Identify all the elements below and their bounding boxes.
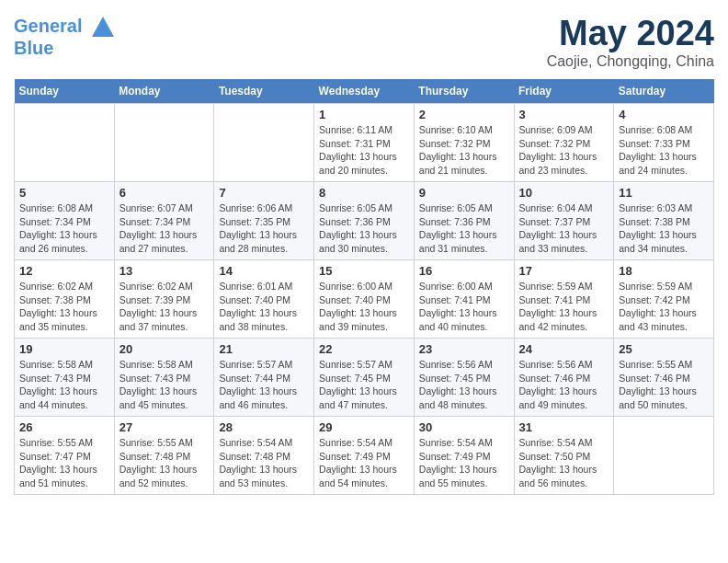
calendar-cell: 14Sunrise: 6:01 AM Sunset: 7:40 PM Dayli… [214,260,314,339]
day-info: Sunrise: 6:05 AM Sunset: 7:36 PM Dayligh… [419,201,509,256]
day-info: Sunrise: 5:54 AM Sunset: 7:49 PM Dayligh… [319,436,409,490]
calendar-cell: 6Sunrise: 6:07 AM Sunset: 7:34 PM Daylig… [114,182,214,260]
day-info: Sunrise: 5:55 AM Sunset: 7:47 PM Dayligh… [19,436,109,490]
calendar-cell: 21Sunrise: 5:57 AM Sunset: 7:44 PM Dayli… [214,339,314,417]
day-info: Sunrise: 5:57 AM Sunset: 7:45 PM Dayligh… [319,358,409,412]
day-info: Sunrise: 5:54 AM Sunset: 7:48 PM Dayligh… [219,436,309,490]
day-info: Sunrise: 6:00 AM Sunset: 7:40 PM Dayligh… [319,280,409,334]
calendar-cell: 3Sunrise: 6:09 AM Sunset: 7:32 PM Daylig… [514,104,614,182]
weekday-header-sunday: Sunday [15,79,115,104]
day-number: 2 [419,108,509,121]
calendar-cell: 17Sunrise: 5:59 AM Sunset: 7:41 PM Dayli… [514,260,614,339]
day-info: Sunrise: 5:58 AM Sunset: 7:43 PM Dayligh… [119,358,210,412]
day-info: Sunrise: 6:11 AM Sunset: 7:31 PM Dayligh… [319,123,409,178]
location-subtitle: Caojie, Chongqing, China [547,53,714,70]
day-number: 31 [519,420,609,434]
day-info: Sunrise: 5:54 AM Sunset: 7:49 PM Dayligh… [419,436,509,490]
calendar-cell: 24Sunrise: 5:56 AM Sunset: 7:46 PM Dayli… [514,339,614,417]
day-number: 10 [519,186,609,200]
calendar-week-row: 26Sunrise: 5:55 AM Sunset: 7:47 PM Dayli… [15,417,714,495]
weekday-header-wednesday: Wednesday [314,79,415,104]
page-header: General Blue May 2024 Caojie, Chongqing,… [14,14,714,70]
calendar-cell: 26Sunrise: 5:55 AM Sunset: 7:47 PM Dayli… [15,417,115,495]
calendar-cell: 8Sunrise: 6:05 AM Sunset: 7:36 PM Daylig… [314,182,415,260]
day-info: Sunrise: 5:58 AM Sunset: 7:43 PM Dayligh… [19,358,109,412]
calendar-cell: 13Sunrise: 6:02 AM Sunset: 7:39 PM Dayli… [114,260,214,339]
day-number: 15 [319,264,409,278]
day-info: Sunrise: 6:04 AM Sunset: 7:37 PM Dayligh… [519,201,609,256]
calendar-cell: 19Sunrise: 5:58 AM Sunset: 7:43 PM Dayli… [15,339,115,417]
day-info: Sunrise: 6:07 AM Sunset: 7:34 PM Dayligh… [119,201,210,256]
day-info: Sunrise: 6:00 AM Sunset: 7:41 PM Dayligh… [419,280,509,334]
calendar-cell: 16Sunrise: 6:00 AM Sunset: 7:41 PM Dayli… [414,260,514,339]
calendar-week-row: 19Sunrise: 5:58 AM Sunset: 7:43 PM Dayli… [15,339,714,417]
day-number: 24 [519,342,609,356]
weekday-header-tuesday: Tuesday [214,79,314,104]
day-number: 26 [19,420,109,434]
day-info: Sunrise: 6:08 AM Sunset: 7:33 PM Dayligh… [619,123,709,178]
day-number: 16 [419,264,509,278]
calendar-week-row: 5Sunrise: 6:08 AM Sunset: 7:34 PM Daylig… [15,182,714,260]
logo: General Blue [14,14,117,59]
calendar-cell: 11Sunrise: 6:03 AM Sunset: 7:38 PM Dayli… [614,182,714,260]
day-number: 3 [519,108,609,121]
day-info: Sunrise: 5:56 AM Sunset: 7:45 PM Dayligh… [419,358,509,412]
calendar-cell: 27Sunrise: 5:55 AM Sunset: 7:48 PM Dayli… [114,417,214,495]
day-info: Sunrise: 6:01 AM Sunset: 7:40 PM Dayligh… [219,280,309,334]
day-info: Sunrise: 5:59 AM Sunset: 7:41 PM Dayligh… [519,280,609,334]
calendar-cell [214,104,314,182]
day-number: 27 [119,420,210,434]
calendar-cell: 20Sunrise: 5:58 AM Sunset: 7:43 PM Dayli… [114,339,214,417]
day-info: Sunrise: 6:06 AM Sunset: 7:35 PM Dayligh… [219,201,309,256]
day-number: 13 [119,264,210,278]
day-info: Sunrise: 5:57 AM Sunset: 7:44 PM Dayligh… [219,358,309,412]
day-number: 20 [119,342,210,356]
day-number: 21 [219,342,309,356]
day-number: 1 [319,108,409,121]
calendar-table: SundayMondayTuesdayWednesdayThursdayFrid… [14,79,714,495]
day-info: Sunrise: 6:05 AM Sunset: 7:36 PM Dayligh… [319,201,409,256]
calendar-cell: 7Sunrise: 6:06 AM Sunset: 7:35 PM Daylig… [214,182,314,260]
weekday-header-monday: Monday [114,79,214,104]
calendar-cell: 18Sunrise: 5:59 AM Sunset: 7:42 PM Dayli… [614,260,714,339]
day-number: 14 [219,264,309,278]
day-number: 8 [319,186,409,200]
calendar-cell: 10Sunrise: 6:04 AM Sunset: 7:37 PM Dayli… [514,182,614,260]
day-number: 5 [19,186,109,200]
day-info: Sunrise: 5:55 AM Sunset: 7:46 PM Dayligh… [619,358,709,412]
calendar-cell: 29Sunrise: 5:54 AM Sunset: 7:49 PM Dayli… [314,417,415,495]
title-block: May 2024 Caojie, Chongqing, China [547,14,714,70]
calendar-cell: 1Sunrise: 6:11 AM Sunset: 7:31 PM Daylig… [314,104,415,182]
day-info: Sunrise: 6:02 AM Sunset: 7:39 PM Dayligh… [119,280,210,334]
calendar-cell: 5Sunrise: 6:08 AM Sunset: 7:34 PM Daylig… [15,182,115,260]
calendar-cell [15,104,115,182]
day-number: 22 [319,342,409,356]
day-number: 25 [619,342,709,356]
day-info: Sunrise: 6:10 AM Sunset: 7:32 PM Dayligh… [419,123,509,178]
weekday-header-friday: Friday [514,79,614,104]
day-info: Sunrise: 5:59 AM Sunset: 7:42 PM Dayligh… [619,280,709,334]
day-number: 7 [219,186,309,200]
day-number: 6 [119,186,210,200]
day-number: 30 [419,420,509,434]
calendar-week-row: 12Sunrise: 6:02 AM Sunset: 7:38 PM Dayli… [15,260,714,339]
month-title: May 2024 [547,14,714,53]
calendar-cell: 30Sunrise: 5:54 AM Sunset: 7:49 PM Dayli… [414,417,514,495]
day-info: Sunrise: 6:09 AM Sunset: 7:32 PM Dayligh… [519,123,609,178]
svg-marker-0 [92,17,114,37]
calendar-cell: 15Sunrise: 6:00 AM Sunset: 7:40 PM Dayli… [314,260,415,339]
calendar-cell: 22Sunrise: 5:57 AM Sunset: 7:45 PM Dayli… [314,339,415,417]
calendar-cell: 31Sunrise: 5:54 AM Sunset: 7:50 PM Dayli… [514,417,614,495]
day-number: 29 [319,420,409,434]
calendar-cell: 23Sunrise: 5:56 AM Sunset: 7:45 PM Dayli… [414,339,514,417]
weekday-header-thursday: Thursday [414,79,514,104]
calendar-cell [114,104,214,182]
weekday-header-saturday: Saturday [614,79,714,104]
day-info: Sunrise: 6:03 AM Sunset: 7:38 PM Dayligh… [619,201,709,256]
day-number: 11 [619,186,709,200]
day-number: 23 [419,342,509,356]
day-info: Sunrise: 5:54 AM Sunset: 7:50 PM Dayligh… [519,436,609,490]
calendar-cell: 28Sunrise: 5:54 AM Sunset: 7:48 PM Dayli… [214,417,314,495]
day-info: Sunrise: 6:02 AM Sunset: 7:38 PM Dayligh… [19,280,109,334]
day-info: Sunrise: 6:08 AM Sunset: 7:34 PM Dayligh… [19,201,109,256]
